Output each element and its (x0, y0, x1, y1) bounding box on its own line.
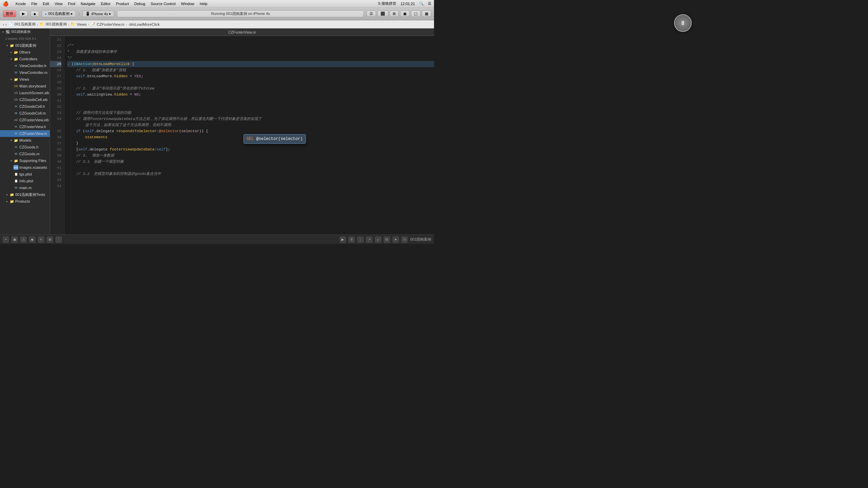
search-icon[interactable]: 🔍 (419, 1, 424, 6)
list-button[interactable]: ≡ (38, 237, 44, 243)
code-content[interactable]: /** * 加载更多按钮的单击事件 */ ● - (IBAction)btnLo… (64, 36, 434, 235)
folder-icon: 📁 (14, 77, 18, 82)
menu-view[interactable]: View (55, 2, 63, 6)
sidebar-label-main-m: main.m (19, 186, 32, 190)
expand-icon: ▸ (5, 200, 9, 203)
breakpoint-button[interactable]: ◆ (29, 237, 35, 243)
h-file-icon: H (14, 104, 18, 109)
sidebar-item-czgoods-cell-h[interactable]: H CZGoodsCell.h (0, 103, 50, 110)
debug-btn-4[interactable]: ↗ (366, 237, 372, 243)
code-line-22: /** (67, 43, 434, 49)
sidebar-item-czfooter-xib[interactable]: xib CZFooterView.xib (0, 117, 50, 123)
sidebar-item-models[interactable]: ▾ 📁 Models (0, 137, 50, 144)
code-line-32 (67, 104, 434, 110)
sidebar-item-controllers[interactable]: ▾ 📁 Controllers (0, 56, 50, 62)
stop-button[interactable]: 暂停 (3, 10, 16, 17)
breadcrumb-views-icon: 📁 (71, 22, 75, 26)
breadcrumb-file[interactable]: CZFooterView.m (97, 22, 124, 26)
sidebar-item-czgoods-cell-m[interactable]: M CZGoodsCell.m (0, 110, 50, 117)
play-button[interactable]: ▶ (19, 11, 28, 17)
editor-title: CZFooterView.m (50, 28, 434, 36)
menu-edit[interactable]: Edit (43, 2, 49, 6)
sidebar-item-czfooter-m[interactable]: M CZFooterView.m (0, 130, 50, 137)
code-line-24: */ (67, 55, 434, 61)
code-area[interactable]: 21 22 23 24 25 26 27 28 29 30 31 32 33 3… (50, 36, 434, 235)
breadcrumb-method[interactable]: -btnLoadMoreClick (129, 22, 160, 26)
debug-btn-2[interactable]: ⏸ (349, 237, 355, 243)
warning-button[interactable]: ⚠ (20, 237, 26, 243)
debug-btn-6[interactable]: ⧉ (384, 237, 390, 243)
device-selector[interactable]: 📱 iPhone 4s ▸ (82, 11, 115, 17)
debug-btn-1[interactable]: ▶ (340, 237, 346, 243)
menu-editor[interactable]: Editor (101, 2, 111, 6)
sidebar-item-project-root[interactable]: ▾ 🏗 001团购案例 (0, 28, 50, 35)
nav-back[interactable]: ‹ (3, 22, 4, 26)
sidebar-item-launch-xib[interactable]: xib LaunchScreen.xib (0, 89, 50, 96)
sidebar-item-czgoods-h[interactable]: H CZGoods.h (0, 144, 50, 150)
hierarchy-button[interactable]: ⊞ (47, 237, 53, 243)
sidebar-item-viewcontroller-m[interactable]: M ViewController.m (0, 69, 50, 76)
expand-icon: ▾ (9, 159, 13, 162)
sidebar-item-main-storyboard[interactable]: SB Main.storyboard (0, 83, 50, 89)
nav-forward[interactable]: › (5, 22, 7, 26)
menu-product[interactable]: Product (116, 2, 129, 6)
code-line-44 (67, 183, 434, 189)
expand-icon: ▸ (5, 193, 9, 196)
debug-toggle[interactable]: ⬛ (377, 11, 388, 17)
menu-icon[interactable]: ☰ (428, 1, 431, 6)
folder-icon: 📁 (9, 199, 14, 204)
menu-navigate[interactable]: Navigate (81, 2, 95, 6)
code-line-29: // 2. 显示"等待指示器"所在的那个UIView (67, 85, 434, 92)
sidebar-item-images-xcassets[interactable]: IMG Images.xcassets (0, 164, 50, 171)
sidebar-project-subtitle: 2 targets, iOS SDK 8.1 (0, 35, 50, 42)
autocomplete-popup[interactable]: SEL @selector(selector) (243, 134, 306, 144)
debug-btn-8[interactable]: ⊙ (401, 237, 408, 243)
h-file-icon: H (14, 124, 18, 129)
menu-source-control[interactable]: Source Control (151, 2, 175, 6)
breadcrumb-project[interactable]: 001迅购案例 (14, 22, 35, 27)
actions-button[interactable]: ⋮ (56, 237, 62, 243)
code-line-40: // 3.1 创建一个模型对象 (67, 159, 434, 165)
stop-square-button[interactable]: ■ (31, 11, 39, 17)
debug-btn-5[interactable]: ↙ (375, 237, 381, 243)
sidebar-item-tgs-plist[interactable]: 📋 tgs.plist (0, 171, 50, 178)
sidebar-item-tests[interactable]: ▸ 📁 001迅购案例Tests (0, 191, 50, 198)
debug-btn-3[interactable]: ↓ (357, 237, 363, 243)
sidebar-item-main-group[interactable]: ▾ 📁 001团购案例 (0, 42, 50, 49)
project-name-label: 001团购案例 (11, 29, 31, 34)
expand-icon: ▸ (9, 50, 13, 54)
apple-menu[interactable]: 🍎 (3, 1, 8, 6)
layout-toggle-3[interactable]: ▦ (422, 11, 431, 17)
expand-icon: ▾ (9, 57, 13, 61)
breadcrumb-folder[interactable]: 001团购案例 (45, 22, 66, 27)
sidebar-label-supporting: Supporting Files (19, 159, 46, 163)
navigator-toggle[interactable]: ☰ (367, 11, 376, 17)
breadcrumb-views[interactable]: Views (77, 22, 86, 26)
menu-window[interactable]: Window (181, 2, 194, 6)
menu-find[interactable]: Find (68, 2, 75, 6)
sidebar-item-czgoods-m[interactable]: M CZGoods.m (0, 150, 50, 157)
sidebar-item-info-plist[interactable]: 📋 Info.plist (0, 178, 50, 184)
folder-icon: 📂 (14, 50, 18, 55)
code-line-28 (67, 79, 434, 85)
menu-xcode[interactable]: Xcode (15, 2, 26, 6)
layout-toggle-1[interactable]: ▣ (400, 11, 410, 17)
sidebar-item-supporting-files[interactable]: ▾ 📁 Supporting Files (0, 157, 50, 164)
sidebar-item-products[interactable]: ▸ 📁 Products (0, 198, 50, 205)
menu-debug[interactable]: Debug (134, 2, 145, 6)
sidebar-item-czgoods-cell-xib[interactable]: xib CZGoodsCell.xib (0, 96, 50, 103)
assistant-toggle[interactable]: ⊞ (390, 11, 399, 17)
filter-button[interactable]: ◉ (12, 237, 18, 243)
debug-btn-7[interactable]: ➤ (393, 237, 399, 243)
sidebar-item-others[interactable]: ▸ 📂 Others (0, 49, 50, 56)
menu-help[interactable]: Help (200, 2, 208, 6)
sidebar-item-views[interactable]: ▾ 📁 Views (0, 76, 50, 83)
layout-toggle-2[interactable]: ▢ (411, 11, 420, 17)
sidebar-item-viewcontroller-h[interactable]: H ViewController.h (0, 62, 50, 69)
sidebar-item-main-m[interactable]: M main.m (0, 184, 50, 191)
add-button[interactable]: + (3, 237, 9, 243)
sidebar-label-views: Views (19, 77, 29, 81)
sidebar-item-czfooter-h[interactable]: H CZFooterView.h (0, 123, 50, 130)
scheme-selector[interactable]: ● 001迅购案例 ▸ (42, 10, 76, 17)
menu-file[interactable]: File (31, 2, 37, 6)
